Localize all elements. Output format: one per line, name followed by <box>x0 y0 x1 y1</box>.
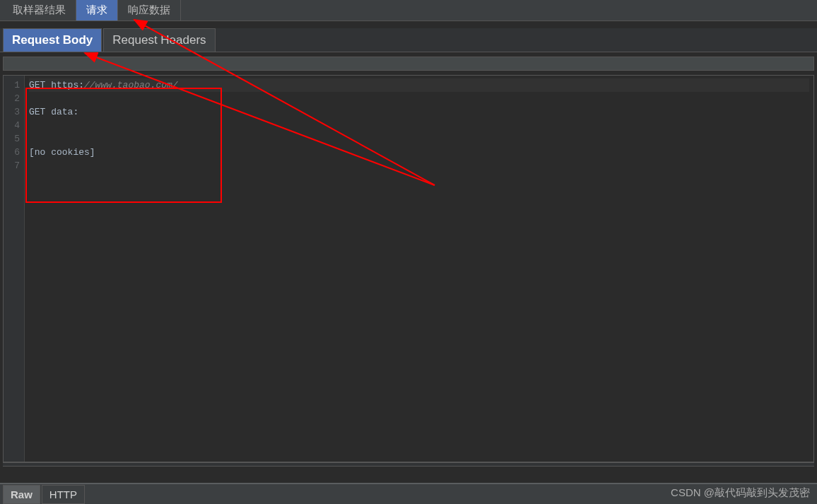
code-line: GET data: <box>29 105 809 119</box>
line-number: 3 <box>4 105 20 119</box>
code-editor: 1 2 3 4 5 6 7 GET https://www.taobao.com… <box>3 75 814 462</box>
request-url: //www.taobao.com/ <box>84 80 178 90</box>
code-line <box>29 92 809 105</box>
tab-request-body[interactable]: Request Body <box>3 28 102 52</box>
tab-http[interactable]: HTTP <box>42 485 85 504</box>
code-line <box>29 132 809 146</box>
tab-sampler-result[interactable]: 取样器结果 <box>3 0 76 20</box>
filter-input[interactable] <box>3 57 814 71</box>
line-number: 5 <box>4 132 20 146</box>
code-line: [no cookies] <box>29 146 809 159</box>
watermark: CSDN @敲代码敲到头发茂密 <box>671 486 810 500</box>
top-tabs: 取样器结果 请求 响应数据 <box>0 0 817 21</box>
code-line <box>29 119 809 132</box>
line-number: 2 <box>4 92 20 105</box>
line-number: 7 <box>4 159 20 172</box>
line-number: 1 <box>4 78 20 92</box>
tab-request-headers[interactable]: Request Headers <box>103 28 215 52</box>
sub-tabs: Request Body Request Headers <box>0 28 817 52</box>
tab-response-data[interactable]: 响应数据 <box>118 0 181 20</box>
line-number: 6 <box>4 146 20 159</box>
tab-raw[interactable]: Raw <box>3 485 40 504</box>
separator <box>3 462 814 467</box>
code-line <box>29 159 809 172</box>
code-line: GET https://www.taobao.com/ <box>29 78 809 92</box>
tab-request[interactable]: 请求 <box>76 0 118 20</box>
code-content[interactable]: GET https://www.taobao.com/ GET data: [n… <box>25 76 813 462</box>
line-gutter: 1 2 3 4 5 6 7 <box>4 76 25 462</box>
line-number: 4 <box>4 119 20 132</box>
